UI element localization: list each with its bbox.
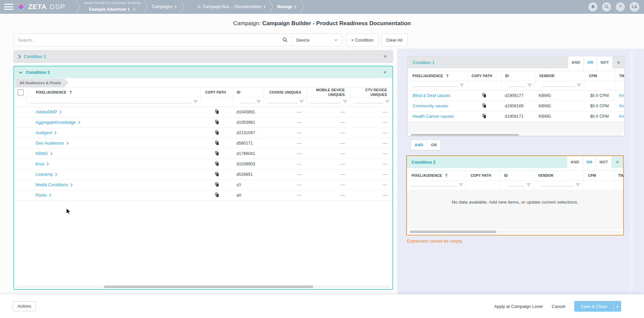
filter-input[interactable] <box>354 99 383 103</box>
column-header-pixel-audience[interactable]: PIXEL/AUDIENCE <box>407 171 466 180</box>
save-and-close-button[interactable]: Save & Close <box>574 301 613 312</box>
horizontal-scrollbar[interactable] <box>16 285 390 288</box>
copy-path-icon[interactable] <box>214 192 219 199</box>
scrollbar-thumb[interactable] <box>411 134 519 136</box>
time-frame-link[interactable]: Anytime <box>619 104 625 108</box>
global-search-button[interactable] <box>602 2 611 11</box>
horizontal-scrollbar[interactable] <box>408 133 624 136</box>
breadcrumb-advertiser[interactable]: SMART PROJECTS (VARIABLE MARGIN) Example… <box>84 1 141 12</box>
filter-input[interactable] <box>410 182 457 187</box>
close-icon[interactable]: ✕ <box>614 158 621 166</box>
select-all-checkbox[interactable] <box>17 89 24 96</box>
filter-icon[interactable] <box>256 100 261 103</box>
breadcrumb-campaign[interactable]: Campaign Buil ... Documentation <box>198 4 266 9</box>
column-header-vendor[interactable]: VENDOR <box>534 171 583 180</box>
column-header-id[interactable]: ID <box>500 171 534 180</box>
close-icon[interactable]: ✕ <box>382 53 388 60</box>
copy-path-icon[interactable] <box>214 171 219 178</box>
pixel-audience-link[interactable]: Health Cancer causes <box>413 114 454 119</box>
copy-path-icon[interactable] <box>214 151 219 157</box>
tab-all-audiences-pixels[interactable]: All Audiences & Pixels <box>15 78 69 87</box>
column-header-pixel-audience[interactable]: PIXEL/AUDIENCE <box>408 71 467 81</box>
column-header-cpm[interactable]: CPM <box>583 171 614 180</box>
column-header-cpm[interactable]: CPM <box>584 71 615 81</box>
copy-path-icon[interactable] <box>482 113 487 120</box>
copy-path-icon[interactable] <box>482 93 487 99</box>
pixel-audience-link[interactable]: Community causes <box>413 104 448 108</box>
filter-input[interactable] <box>508 82 526 87</box>
pixel-audience-link[interactable]: KBMG <box>36 151 53 156</box>
column-header-pixel-audience[interactable]: PIXEL/AUDIENCE <box>27 88 201 97</box>
avatar[interactable]: L& <box>630 2 639 12</box>
cancel-button[interactable]: Cancel <box>552 304 565 309</box>
pixel-audience-link[interactable]: AdobeDMP <box>36 110 62 114</box>
menu-icon[interactable] <box>4 4 13 10</box>
and-operator-button[interactable]: AND <box>567 156 583 168</box>
or-operator-button[interactable]: OR <box>583 156 596 168</box>
filter-input[interactable] <box>507 182 525 187</box>
column-header-copy-path[interactable]: COPY PATH <box>201 88 233 97</box>
vertical-scrollbar[interactable] <box>630 51 633 292</box>
clear-all-button[interactable]: Clear All <box>381 34 407 46</box>
copy-path-icon[interactable] <box>214 182 219 188</box>
filter-icon[interactable] <box>526 183 531 187</box>
help-button[interactable]: ? <box>616 2 625 11</box>
column-header-id[interactable]: ID <box>233 88 264 97</box>
column-header-time-frame[interactable]: TIME FRAME <box>615 71 625 81</box>
pixel-audience-link[interactable]: Liveramp <box>36 172 57 177</box>
filter-icon[interactable] <box>577 84 581 87</box>
column-header-vendor[interactable]: VENDOR <box>535 71 584 81</box>
not-operator-button[interactable]: NOT <box>596 156 611 168</box>
copy-path-icon[interactable] <box>214 161 219 167</box>
time-frame-link[interactable]: Anytime <box>619 114 625 119</box>
time-frame-link[interactable]: Anytime <box>619 93 625 98</box>
and-operator-button[interactable]: AND <box>568 56 584 68</box>
not-operator-button[interactable]: NOT <box>597 56 612 68</box>
copy-path-icon[interactable] <box>214 140 219 147</box>
filter-input[interactable] <box>31 99 192 103</box>
pixel-audience-link[interactable]: Pixels <box>36 193 51 198</box>
close-icon[interactable]: ✕ <box>382 68 388 76</box>
filter-icon[interactable] <box>576 183 580 187</box>
search-input[interactable] <box>14 38 281 43</box>
breadcrumb-manage[interactable]: Manage <box>277 4 297 9</box>
column-header-mobile-device-uniques[interactable]: MOBILE DEVICE UNIQUES <box>307 88 350 97</box>
pixel-audience-link[interactable]: Krux <box>36 162 49 166</box>
column-header-cookie-uniques[interactable]: COOKIE UNIQUES <box>264 88 307 97</box>
condition-1-collapsed-bar[interactable]: Condition 1 ✕ <box>13 50 393 63</box>
filter-icon[interactable] <box>299 100 304 103</box>
column-header-id[interactable]: ID <box>501 71 535 81</box>
filter-icon[interactable] <box>193 100 198 103</box>
filter-input[interactable] <box>411 82 458 87</box>
copy-path-icon[interactable] <box>214 109 219 115</box>
notifications-button[interactable] <box>588 2 597 11</box>
copy-path-icon[interactable] <box>214 130 219 136</box>
filter-input[interactable] <box>541 182 574 187</box>
horizontal-scrollbar[interactable] <box>407 229 623 234</box>
pixel-audience-link[interactable]: AggregateKnowledge <box>36 120 80 125</box>
pixel-audience-link[interactable]: Geo Audiences <box>36 141 69 146</box>
column-header-copy-path[interactable]: COPY PATH <box>467 71 501 81</box>
joiner-or-button[interactable]: OR <box>427 140 441 150</box>
pixel-audience-link[interactable]: Blind & Deaf causes <box>413 93 450 98</box>
copy-path-icon[interactable] <box>214 119 219 126</box>
filter-input[interactable] <box>240 99 255 103</box>
column-header-copy-path[interactable]: COPY PATH <box>466 171 500 180</box>
filter-icon[interactable] <box>459 183 463 187</box>
filter-icon[interactable] <box>527 84 532 87</box>
pixel-audience-link[interactable]: Audigent <box>36 130 57 135</box>
save-options-caret-button[interactable] <box>613 301 621 312</box>
breadcrumb-campaigns[interactable]: Campaigns <box>152 4 177 9</box>
copy-path-icon[interactable] <box>482 103 487 109</box>
scrollbar-thumb[interactable] <box>104 285 313 288</box>
search-icon[interactable] <box>282 37 288 43</box>
column-header-time-frame[interactable]: TIME FRAME <box>614 171 624 180</box>
column-header-ctv-device-uniques[interactable]: CTV DEVICE UNIQUES <box>350 88 392 97</box>
filter-icon[interactable] <box>343 100 347 103</box>
close-icon[interactable]: ✕ <box>615 59 622 66</box>
actions-button[interactable]: Actions <box>13 301 36 311</box>
apply-at-campaign-level-button[interactable]: Apply at Campaign Level <box>494 304 543 309</box>
zeta-dsp-logo[interactable]: ZETA DSP <box>18 3 65 11</box>
device-dropdown[interactable]: Device <box>292 38 342 43</box>
filter-icon[interactable] <box>460 84 464 87</box>
